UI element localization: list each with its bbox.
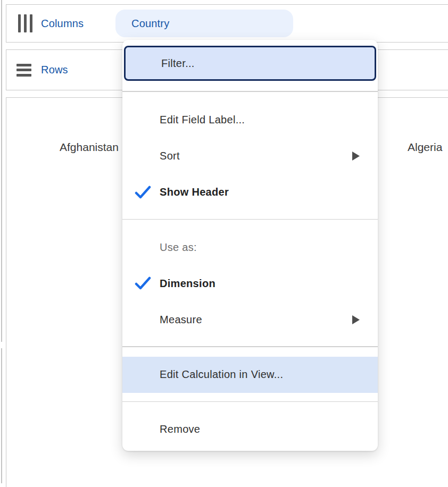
- menu-item-sort[interactable]: Sort: [122, 138, 378, 174]
- rows-shelf-icon: [16, 64, 31, 77]
- menu-separator: [122, 91, 378, 92]
- menu-item-show-header[interactable]: Show Header: [122, 174, 378, 211]
- country-field-pill-label: Country: [131, 18, 169, 30]
- menu-section-label-use-as: Use as:: [122, 229, 378, 265]
- field-context-menu: Filter... Edit Field Label... Sort Show …: [122, 40, 378, 451]
- menu-separator: [122, 401, 378, 402]
- panel-divider: [1, 348, 2, 483]
- rows-shelf-label: Rows: [41, 64, 68, 76]
- panel-divider: [1, 0, 2, 342]
- menu-item-edit-field-label[interactable]: Edit Field Label...: [122, 102, 378, 138]
- column-header-afghanistan[interactable]: Afghanistan: [60, 141, 119, 154]
- submenu-arrow-icon: [352, 315, 360, 324]
- menu-item-dimension[interactable]: Dimension: [122, 265, 378, 301]
- menu-separator: [122, 346, 378, 347]
- menu-item-filter[interactable]: Filter...: [124, 46, 376, 81]
- menu-item-measure[interactable]: Measure: [122, 301, 378, 338]
- menu-item-edit-calculation-in-view[interactable]: Edit Calculation in View...: [122, 357, 378, 393]
- column-header-algeria[interactable]: Algeria: [408, 141, 442, 154]
- columns-shelf-icon: [18, 14, 32, 32]
- submenu-arrow-icon: [352, 152, 360, 161]
- check-icon: [135, 186, 151, 199]
- columns-shelf-label: Columns: [41, 18, 84, 30]
- country-field-pill[interactable]: Country: [115, 10, 293, 37]
- menu-item-remove[interactable]: Remove: [122, 411, 378, 447]
- columns-shelf[interactable]: Columns Country: [6, 4, 448, 43]
- check-icon: [135, 276, 151, 290]
- menu-separator: [122, 219, 378, 220]
